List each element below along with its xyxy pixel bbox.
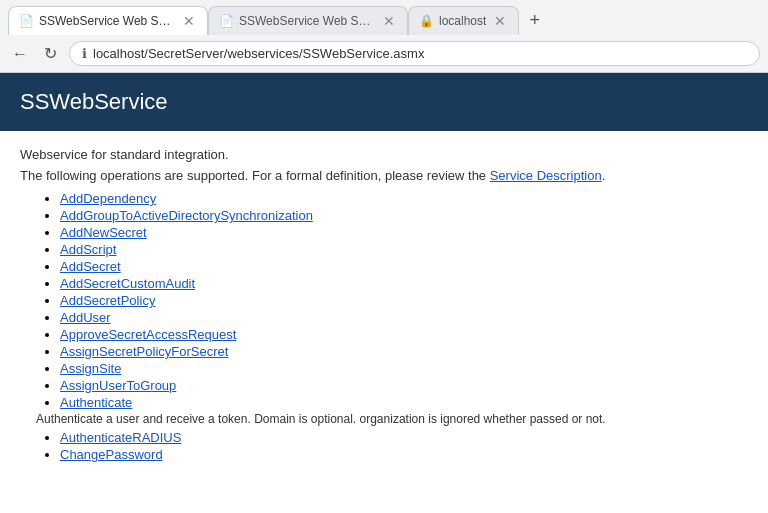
tab-1-label: SSWebService Web Service	[39, 14, 175, 28]
list-item: AuthenticateAuthenticate a user and rece…	[60, 395, 748, 426]
browser-chrome: 📄 SSWebService Web Service ✕ 📄 SSWebServ…	[0, 0, 768, 73]
list-item: AssignSecretPolicyForSecret	[60, 344, 748, 359]
operation-link[interactable]: AddSecretPolicy	[60, 293, 155, 308]
service-description-link[interactable]: Service Description	[490, 168, 602, 183]
operation-link[interactable]: AddDependency	[60, 191, 156, 206]
list-item: AddGroupToActiveDirectorySynchronization	[60, 208, 748, 223]
address-bar[interactable]: ℹ	[69, 41, 760, 66]
new-tab-button[interactable]: +	[523, 10, 546, 31]
url-input[interactable]	[93, 46, 747, 61]
tab-bar: 📄 SSWebService Web Service ✕ 📄 SSWebServ…	[0, 0, 768, 35]
list-item: AddDependency	[60, 191, 748, 206]
list-item: ChangePassword	[60, 447, 748, 462]
security-icon: ℹ	[82, 46, 87, 61]
operation-link[interactable]: AssignSecretPolicyForSecret	[60, 344, 228, 359]
list-item: AuthenticateRADIUS	[60, 430, 748, 445]
tab-1-icon: 📄	[19, 14, 33, 28]
list-item: AddNewSecret	[60, 225, 748, 240]
operation-description: Authenticate a user and receive a token.…	[36, 412, 748, 426]
description-1: Webservice for standard integration.	[20, 147, 748, 162]
operation-link[interactable]: ChangePassword	[60, 447, 163, 462]
operation-link[interactable]: AddGroupToActiveDirectorySynchronization	[60, 208, 313, 223]
tab-2-label: SSWebService Web Service	[239, 14, 375, 28]
list-item: AddSecretPolicy	[60, 293, 748, 308]
operation-link[interactable]: AuthenticateRADIUS	[60, 430, 181, 445]
list-item: AddSecret	[60, 259, 748, 274]
page-content: Webservice for standard integration. The…	[0, 131, 768, 484]
operations-list: AddDependencyAddGroupToActiveDirectorySy…	[20, 191, 748, 462]
back-button[interactable]: ←	[8, 43, 32, 65]
page-title: SSWebService	[20, 89, 748, 115]
operation-link[interactable]: AssignUserToGroup	[60, 378, 176, 393]
list-item: AssignSite	[60, 361, 748, 376]
list-item: AddUser	[60, 310, 748, 325]
operation-link[interactable]: AddNewSecret	[60, 225, 147, 240]
tab-3[interactable]: 🔒 localhost ✕	[408, 6, 519, 35]
operation-link[interactable]: AssignSite	[60, 361, 121, 376]
list-item: AddSecretCustomAudit	[60, 276, 748, 291]
tab-1[interactable]: 📄 SSWebService Web Service ✕	[8, 6, 208, 35]
description-2-end: .	[602, 168, 606, 183]
tab-3-close[interactable]: ✕	[492, 13, 508, 29]
operation-link[interactable]: AddUser	[60, 310, 111, 325]
list-item: AssignUserToGroup	[60, 378, 748, 393]
list-item: AddScript	[60, 242, 748, 257]
tab-3-icon: 🔒	[419, 14, 433, 28]
operation-link[interactable]: AddScript	[60, 242, 116, 257]
address-bar-row: ← ↻ ℹ	[0, 35, 768, 72]
description-2: The following operations are supported. …	[20, 168, 748, 183]
forward-button[interactable]: ↻	[40, 42, 61, 65]
tab-2-icon: 📄	[219, 14, 233, 28]
description-2-text: The following operations are supported. …	[20, 168, 490, 183]
operation-link[interactable]: AddSecret	[60, 259, 121, 274]
operation-link[interactable]: Authenticate	[60, 395, 132, 410]
tab-1-close[interactable]: ✕	[181, 13, 197, 29]
tab-3-label: localhost	[439, 14, 486, 28]
list-item: ApproveSecretAccessRequest	[60, 327, 748, 342]
tab-2[interactable]: 📄 SSWebService Web Service ✕	[208, 6, 408, 35]
tab-2-close[interactable]: ✕	[381, 13, 397, 29]
operation-link[interactable]: AddSecretCustomAudit	[60, 276, 195, 291]
page-header: SSWebService	[0, 73, 768, 131]
operation-link[interactable]: ApproveSecretAccessRequest	[60, 327, 236, 342]
